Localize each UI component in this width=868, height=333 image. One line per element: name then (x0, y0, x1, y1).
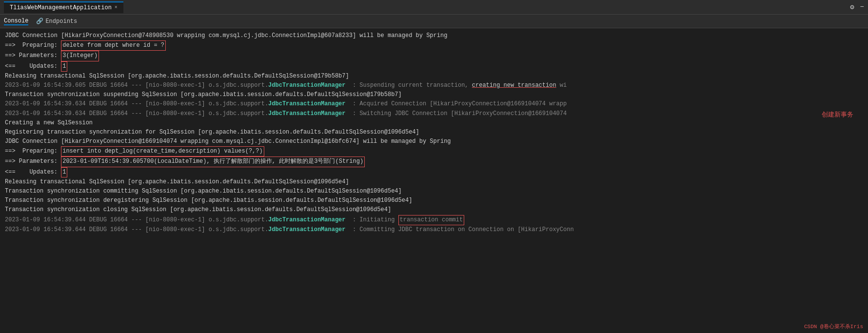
log-line: 2023-01-09 16:54:39.634 DEBUG 16664 --- … (5, 99, 863, 109)
console-tab[interactable]: Console (4, 18, 28, 25)
log-line: ==> Parameters: 2023-01-09T16:54:39.6057… (5, 157, 863, 167)
app-tab-label: TliasWebManagementApplication (10, 4, 112, 11)
toolbar: Console 🔗 Endpoints (0, 15, 868, 28)
log-line: <== Updates: 1 (5, 167, 863, 177)
highlight-insert-preparing: insert into dept_log(create_time,descrip… (61, 146, 264, 157)
log-line: 2023-01-09 16:54:39.644 DEBUG 16664 --- … (5, 215, 863, 225)
annotation-creating-new-transaction: 创建新事务 (822, 110, 853, 119)
log-line: ==> Parameters: 3(Integer) (5, 51, 863, 61)
log-line: 2023-01-09 16:54:39.605 DEBUG 16664 --- … (5, 81, 863, 90)
console-area: JDBC Connection [HikariProxyConnection@7… (0, 28, 868, 333)
log-line: JDBC Connection [HikariProxyConnection@7… (5, 31, 863, 40)
log-line: Transaction synchronization closing SqlS… (5, 205, 863, 215)
log-line: 2023-01-09 16:54:39.644 DEBUG 16664 --- … (5, 225, 863, 235)
log-line: Transaction synchronization committing S… (5, 187, 863, 196)
endpoints-tab-label: Endpoints (45, 18, 77, 25)
highlight-insert-parameters: 2023-01-09T16:54:39.605700(LocalDateTime… (61, 157, 365, 167)
highlight-updates: 1 (61, 61, 67, 72)
settings-icon[interactable]: ⚙ (850, 3, 854, 11)
log-line: Releasing transactional SqlSession [org.… (5, 177, 863, 187)
log-line: ==> Preparing: insert into dept_log(crea… (5, 146, 863, 157)
endpoints-icon: 🔗 (36, 18, 43, 25)
endpoints-tab[interactable]: 🔗 Endpoints (36, 18, 77, 25)
log-line: JDBC Connection [HikariProxyConnection@1… (5, 137, 863, 146)
log-line: Releasing transactional SqlSession [org.… (5, 72, 863, 81)
minimize-icon[interactable]: − (860, 3, 864, 11)
log-line: ==> Preparing: delete from dept where id… (5, 40, 863, 51)
log-line: Transaction synchronization suspending S… (5, 90, 863, 99)
log-line: Transaction synchronization deregisterin… (5, 196, 863, 205)
log-line: 2023-01-09 16:54:39.634 DEBUG 16664 --- … (5, 109, 863, 118)
log-line: <== Updates: 1 (5, 61, 863, 72)
app-tab[interactable]: TliasWebManagementApplication × (4, 1, 123, 13)
title-bar: TliasWebManagementApplication × ⚙ − (0, 0, 868, 15)
tab-close-icon[interactable]: × (115, 5, 118, 10)
title-bar-actions: ⚙ − (850, 3, 864, 11)
highlight-insert-updates: 1 (61, 167, 67, 177)
console-tab-label: Console (4, 18, 28, 24)
highlight-preparing: delete from dept where id = ? (61, 40, 166, 51)
annotation-csdn: CSDN @卷心菜不杀Iris (804, 323, 863, 330)
creating-new-transaction-text: creating new transaction (472, 82, 556, 89)
highlight-parameters: 3(Integer) (61, 51, 99, 61)
highlight-transaction-commit: transaction commit (398, 215, 465, 225)
log-line: Creating a new SqlSession (5, 118, 863, 128)
log-line: Registering transaction synchronization … (5, 128, 863, 137)
